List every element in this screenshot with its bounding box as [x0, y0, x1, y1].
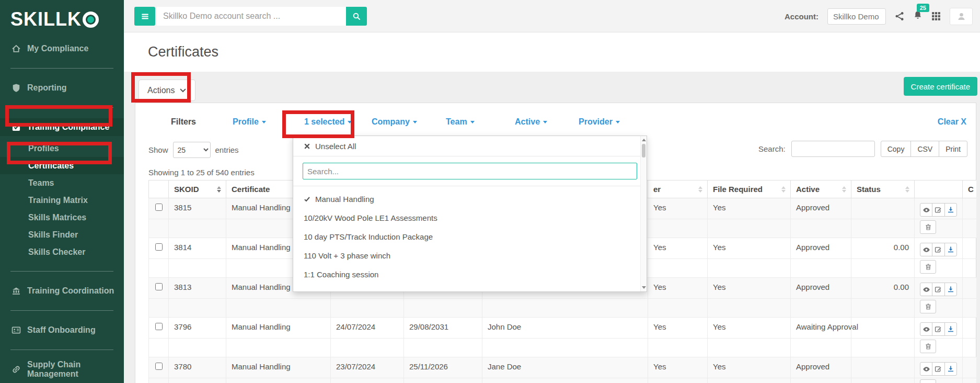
filter-provider[interactable]: Provider [579, 117, 620, 127]
actions-button[interactable]: Actions [139, 80, 195, 101]
share-icon[interactable] [895, 12, 904, 21]
dropdown-option[interactable]: 1:1 Coaching session [293, 265, 647, 284]
apps-grid-icon[interactable] [931, 12, 941, 21]
sidebar-item-training-matrix[interactable]: Training Matrix [0, 192, 124, 209]
dropdown-option[interactable]: 110 Volt + 3 phase winch [293, 246, 647, 265]
download-button[interactable] [944, 362, 957, 376]
global-search-button[interactable] [346, 7, 367, 26]
view-button[interactable] [920, 362, 932, 376]
sidebar-item-training-coordination[interactable]: Training Coordination [0, 282, 124, 300]
home-icon [11, 44, 21, 53]
table-row: 3796 Manual Handling 24/07/2024 29/08/20… [149, 318, 977, 339]
csv-button[interactable]: CSV [910, 141, 939, 157]
download-button[interactable] [944, 203, 957, 217]
cell-status: Awaiting Approval [791, 318, 851, 339]
download-button[interactable] [944, 243, 957, 256]
sidebar-item-skills-checker[interactable]: Skills Checker [0, 243, 124, 261]
account-select[interactable]: Skillko Demo [827, 8, 886, 25]
user-menu-button[interactable] [950, 8, 973, 25]
sidebar-item-reporting[interactable]: Reporting [0, 79, 124, 97]
id-card-icon [11, 325, 21, 335]
table-tools: Search: Copy CSV Print [758, 141, 967, 157]
edit-button[interactable] [932, 362, 944, 376]
table-search-input[interactable] [791, 141, 875, 157]
dropdown-option[interactable]: 10 day PTS/Track Induction Package [293, 227, 647, 246]
trash-icon [925, 263, 932, 271]
row-checkbox[interactable] [155, 243, 163, 251]
cell-profile: Jane Doe [482, 357, 648, 378]
caret-down-icon [543, 121, 547, 123]
sidebar-item-certificates[interactable]: Certificates [0, 157, 124, 174]
view-button[interactable] [920, 322, 932, 336]
delete-button[interactable] [920, 379, 936, 383]
column-header-label: File Required [713, 185, 763, 194]
cell-issue-date: 24/07/2024 [331, 318, 404, 339]
column-header-active[interactable]: Active [791, 181, 851, 198]
column-header-status[interactable]: Status [851, 181, 915, 198]
trash-icon [925, 303, 932, 310]
row-checkbox[interactable] [155, 363, 163, 370]
edit-button[interactable] [932, 283, 944, 296]
column-header-file-required[interactable]: File Required [708, 181, 791, 198]
clear-filters-link[interactable]: Clear X [938, 117, 966, 127]
sidebar-item-staff-onboarding[interactable]: Staff Onboarding [0, 321, 124, 339]
row-checkbox[interactable] [155, 323, 163, 330]
column-header-label: SKOID [174, 185, 199, 194]
view-button[interactable] [920, 203, 932, 217]
sidebar-item-profiles[interactable]: Profiles [0, 140, 124, 157]
sidebar-item-my-compliance[interactable]: My Compliance [0, 40, 124, 58]
show-label: Show [148, 145, 168, 154]
view-button[interactable] [920, 283, 932, 296]
scrollbar-thumb[interactable] [642, 144, 645, 157]
dropdown-option[interactable]: 10/20kV Wood Pole LE1 Assessments [293, 208, 647, 227]
dropdown-search-input[interactable] [303, 163, 637, 179]
row-checkbox[interactable] [155, 204, 163, 211]
filter-company[interactable]: Company [372, 117, 417, 127]
hamburger-menu-button[interactable] [134, 7, 155, 26]
column-header-skoid[interactable]: SKOID [169, 181, 226, 198]
delete-button[interactable] [920, 260, 936, 274]
scroll-down-icon[interactable] [642, 286, 646, 289]
sidebar-item-skills-finder[interactable]: Skills Finder [0, 226, 124, 243]
cell-status: Approved [791, 357, 851, 378]
filter-team[interactable]: Team [446, 117, 475, 127]
check-icon [304, 196, 310, 202]
sidebar-divider [10, 107, 113, 108]
edit-button[interactable] [932, 243, 944, 256]
edit-icon [935, 206, 942, 213]
chevron-down-icon [179, 87, 187, 94]
edit-button[interactable] [932, 322, 944, 336]
page-length-select[interactable]: 25 [173, 142, 211, 158]
copy-button[interactable]: Copy [881, 141, 912, 157]
dropdown-scrollbar[interactable] [640, 136, 647, 291]
dropdown-option-selected[interactable]: Manual Handling [293, 189, 647, 208]
delete-button[interactable] [920, 220, 936, 234]
create-certificate-button[interactable]: Create certificate [904, 77, 977, 96]
sidebar-item-skills-matrices[interactable]: Skills Matrices [0, 209, 124, 226]
caret-down-icon [413, 121, 417, 123]
delete-button[interactable] [920, 340, 936, 353]
notifications-button[interactable]: 25 [913, 10, 923, 22]
print-button[interactable]: Print [939, 141, 967, 157]
sidebar-item-supply-chain-management[interactable]: Supply Chain Management [0, 361, 124, 378]
column-header-er[interactable]: er [648, 181, 708, 198]
scroll-up-icon[interactable] [642, 139, 646, 141]
filter-active[interactable]: Active [515, 117, 547, 127]
sidebar-item-teams[interactable]: Teams [0, 174, 124, 192]
filter-profile[interactable]: Profile [233, 117, 266, 127]
filter-selected-label: 1 selected [304, 117, 344, 126]
edit-button[interactable] [932, 203, 944, 217]
filter-certificate-selected[interactable]: 1 selected [304, 117, 352, 127]
download-button[interactable] [944, 283, 957, 296]
cell-file-required: Yes [648, 198, 708, 219]
download-button[interactable] [944, 322, 957, 336]
delete-button[interactable] [920, 300, 936, 313]
cell-profile: John Doe [482, 318, 648, 339]
global-search-input[interactable] [157, 7, 346, 26]
sidebar-divider [10, 68, 113, 69]
row-checkbox[interactable] [155, 283, 163, 290]
cell-certificate: Manual Handling [226, 318, 331, 339]
view-button[interactable] [920, 243, 932, 256]
unselect-all-option[interactable]: Unselect All [293, 136, 647, 156]
sidebar-item-training-compliance[interactable]: Training Compliance [0, 118, 124, 136]
